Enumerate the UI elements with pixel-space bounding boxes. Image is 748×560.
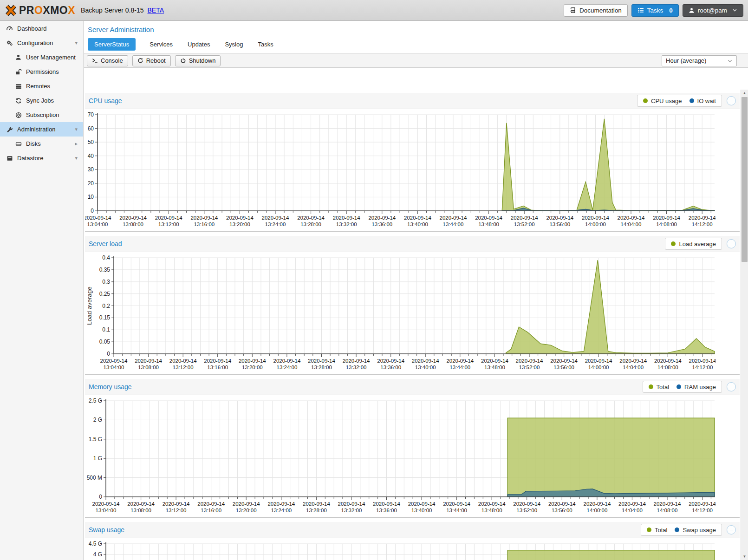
svg-text:2020-09-14: 2020-09-14 <box>135 358 162 364</box>
scroll-down-arrow[interactable]: ▼ <box>741 553 748 560</box>
svg-text:4.5 G: 4.5 G <box>89 540 102 547</box>
reboot-button[interactable]: Reboot <box>132 55 171 66</box>
beta-link[interactable]: BETA <box>147 7 164 14</box>
sidebar-item-remotes[interactable]: Remotes <box>0 79 83 93</box>
scrollbar-thumb[interactable] <box>741 97 748 262</box>
expander-down-icon[interactable]: ▾ <box>75 155 78 161</box>
disk-icon <box>14 141 22 147</box>
svg-text:13:28:00: 13:28:00 <box>311 365 332 370</box>
svg-text:0.15: 0.15 <box>99 314 111 321</box>
sidebar-item-dashboard[interactable]: Dashboard <box>0 21 83 36</box>
collapse-panel-button[interactable]: − <box>727 525 736 534</box>
svg-text:13:20:00: 13:20:00 <box>242 365 263 370</box>
svg-text:2020-09-14: 2020-09-14 <box>119 215 147 221</box>
expander-right-icon[interactable]: ▸ <box>75 141 78 147</box>
panel-title: CPU usage <box>89 97 122 104</box>
legend-item[interactable]: CPU usage <box>643 98 682 104</box>
legend-item[interactable]: IO wait <box>689 98 716 104</box>
svg-text:2020-09-14: 2020-09-14 <box>373 501 400 507</box>
svg-text:0.25: 0.25 <box>99 291 111 297</box>
user-menu-button[interactable]: root@pam <box>683 4 743 17</box>
svg-text:2020-09-14: 2020-09-14 <box>582 215 609 221</box>
svg-text:13:28:00: 13:28:00 <box>300 221 321 227</box>
legend-dot-icon <box>671 241 676 246</box>
console-button[interactable]: Console <box>87 55 128 66</box>
svg-text:2020-09-14: 2020-09-14 <box>478 501 506 507</box>
documentation-label: Documentation <box>579 7 622 14</box>
brand-letter: PR <box>19 4 34 16</box>
svg-text:14:00:00: 14:00:00 <box>585 221 606 227</box>
svg-text:13:44:00: 13:44:00 <box>446 508 467 513</box>
legend-dot-icon <box>643 98 648 103</box>
collapse-panel-button[interactable]: − <box>727 96 736 105</box>
tasks-count-badge: 0 <box>669 7 673 14</box>
tasks-button[interactable]: Tasks 0 <box>631 4 679 17</box>
tab-updates[interactable]: Updates <box>187 38 211 51</box>
sidebar-item-administration[interactable]: Administration▾ <box>0 122 83 137</box>
sidebar-item-disks[interactable]: Disks▸ <box>0 137 83 151</box>
svg-text:14:08:00: 14:08:00 <box>657 508 678 513</box>
server-icon <box>14 83 22 90</box>
sidebar-item-label: Administration <box>17 126 55 133</box>
wrench-icon <box>6 126 13 133</box>
svg-text:10: 10 <box>88 194 94 200</box>
panel-title: Memory usage <box>89 383 132 391</box>
proxmox-wordmark: PROXMOX <box>19 4 75 17</box>
datastore-icon <box>6 155 13 162</box>
expander-down-icon[interactable]: ▾ <box>75 126 78 132</box>
legend-item[interactable]: Load average <box>671 241 716 247</box>
svg-text:2020-09-14: 2020-09-14 <box>197 501 225 507</box>
panel-header: CPU usageCPU usageIO wait− <box>85 93 740 109</box>
sidebar-item-datastore[interactable]: Datastore▾ <box>0 151 83 165</box>
svg-text:14:12:00: 14:12:00 <box>692 508 713 513</box>
legend-item[interactable]: Total <box>649 384 669 391</box>
legend-item[interactable]: RAM usage <box>676 384 716 391</box>
sidebar-item-permissions[interactable]: Permissions <box>0 65 83 79</box>
sidebar-item-subscription[interactable]: Subscription <box>0 108 83 122</box>
svg-text:2020-09-14: 2020-09-14 <box>618 501 646 507</box>
collapse-panel-button[interactable]: − <box>727 239 736 248</box>
tab-services[interactable]: Services <box>149 38 174 51</box>
brand-letter: O <box>34 4 43 16</box>
svg-text:2020-09-14: 2020-09-14 <box>333 215 360 221</box>
svg-text:13:52:00: 13:52:00 <box>516 508 537 513</box>
svg-text:1.5 G: 1.5 G <box>89 436 102 443</box>
sidebar-item-user-management[interactable]: User Management <box>0 50 83 65</box>
vertical-scrollbar[interactable]: ▲ ▼ <box>741 90 748 560</box>
svg-text:2020-09-14: 2020-09-14 <box>127 501 155 507</box>
svg-text:2020-09-14: 2020-09-14 <box>546 215 573 221</box>
svg-text:2020-09-14: 2020-09-14 <box>262 215 289 221</box>
svg-text:2020-09-14: 2020-09-14 <box>618 215 645 221</box>
svg-text:2020-09-14: 2020-09-14 <box>585 358 612 364</box>
legend-label: Total <box>655 527 667 534</box>
svg-text:2020-09-14: 2020-09-14 <box>338 501 365 507</box>
chart-legend: TotalRAM usage <box>643 381 722 393</box>
svg-text:2020-09-14: 2020-09-14 <box>204 358 231 364</box>
legend-item[interactable]: Swap usage <box>675 527 716 534</box>
time-range-select[interactable]: Hour (average) <box>662 55 737 66</box>
scroll-up-arrow[interactable]: ▲ <box>741 90 748 97</box>
tab-serverstatus[interactable]: ServerStatus <box>88 38 136 51</box>
svg-text:14:04:00: 14:04:00 <box>622 508 643 513</box>
tab-tasks[interactable]: Tasks <box>257 38 274 51</box>
chart: 2020-09-1413:04:002020-09-1413:08:002020… <box>85 252 715 374</box>
svg-text:14:00:00: 14:00:00 <box>588 365 609 370</box>
svg-text:2020-09-14: 2020-09-14 <box>404 215 431 221</box>
svg-text:2020-09-14: 2020-09-14 <box>308 358 335 364</box>
documentation-button[interactable]: Documentation <box>564 4 628 17</box>
svg-text:13:52:00: 13:52:00 <box>519 365 540 370</box>
svg-text:13:20:00: 13:20:00 <box>229 221 250 227</box>
sidebar-item-sync-jobs[interactable]: Sync Jobs <box>0 93 83 108</box>
svg-text:2020-09-14: 2020-09-14 <box>654 358 682 364</box>
expander-down-icon[interactable]: ▾ <box>75 40 78 46</box>
svg-text:13:12:00: 13:12:00 <box>158 221 179 227</box>
svg-text:2020-09-14: 2020-09-14 <box>548 501 576 507</box>
legend-item[interactable]: Total <box>647 527 667 534</box>
collapse-panel-button[interactable]: − <box>727 382 736 391</box>
sidebar-item-configuration[interactable]: Configuration▾ <box>0 36 83 50</box>
svg-text:13:40:00: 13:40:00 <box>415 365 436 370</box>
svg-text:50: 50 <box>88 139 94 145</box>
shutdown-button[interactable]: Shutdown <box>175 55 221 66</box>
svg-text:13:36:00: 13:36:00 <box>380 365 401 370</box>
tab-syslog[interactable]: Syslog <box>224 38 244 51</box>
